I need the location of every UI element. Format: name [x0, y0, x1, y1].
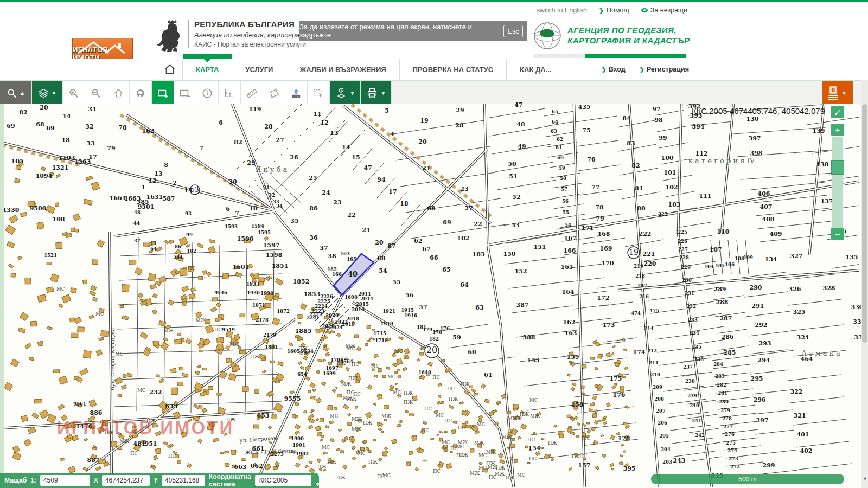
measure-coordinates-button[interactable] [219, 81, 241, 105]
roof-icon [77, 40, 129, 54]
svg-text:ПС: ПС [444, 418, 452, 423]
svg-text:МС: МС [436, 413, 444, 418]
map-status-bar: Мащаб 1: X Y Координатна система ККС 200… [0, 473, 319, 488]
select-features-button[interactable] [308, 81, 330, 105]
search-button[interactable]: ▲ [0, 81, 32, 105]
svg-text:ПЖ: ПЖ [105, 430, 114, 435]
zoom-out-icon [91, 88, 101, 99]
tab-zhalbi[interactable]: ЖАЛБИ И ВЪЗРАЖЕНИЯ [286, 59, 399, 80]
svg-text:ПС: ПС [489, 474, 496, 480]
switch-language-link[interactable]: switch to English [537, 7, 587, 14]
register-link[interactable]: ❯ Регистрация [640, 66, 689, 73]
upload-button[interactable] [285, 81, 308, 105]
chevron-right-icon: ❯ [601, 66, 606, 73]
y-coordinate-input[interactable] [162, 475, 205, 486]
home-button[interactable] [157, 59, 182, 80]
svg-text:МС: МС [322, 445, 330, 450]
chevron-down-icon: ▼ [841, 91, 847, 96]
crs-dropdown[interactable]: ККС 2005 [255, 475, 311, 486]
marquee-select-icon [312, 88, 324, 99]
info-button[interactable] [196, 81, 219, 105]
accessibility-link[interactable]: За незрящи [641, 7, 687, 14]
selection-cart-button[interactable]: 0 ▼ [822, 81, 853, 105]
svg-text:ПЖ: ПЖ [348, 376, 358, 381]
svg-text:ПЖ: ПЖ [486, 461, 495, 466]
svg-text:МС: МС [115, 351, 123, 357]
help-link[interactable]: ❯ Помощ [599, 7, 629, 14]
svg-text:ПЖ: ПЖ [548, 440, 557, 446]
fullscreen-toggle-button[interactable] [831, 106, 844, 118]
scrollbar-down-arrow[interactable]: ▼ [863, 476, 867, 481]
svg-text:МЖ: МЖ [299, 351, 309, 356]
svg-text:МС: МС [478, 465, 487, 471]
svg-text:МС: МС [582, 435, 590, 441]
tab-karta[interactable]: КАРТА [182, 59, 232, 80]
svg-text:ПС: ПС [188, 266, 195, 271]
svg-text:ПЖ: ПЖ [146, 418, 156, 423]
world-extent-button[interactable] [130, 81, 152, 105]
pan-button[interactable] [107, 81, 130, 105]
svg-text:МС: МС [393, 390, 401, 395]
fullscreen-arrows-icon [834, 108, 841, 116]
svg-text:ПС: ПС [529, 456, 537, 461]
svg-text:МЖ: МЖ [352, 427, 362, 432]
svg-text:ПЖ: ПЖ [298, 346, 308, 351]
main-navigation: КАРТА УСЛУГИ ЖАЛБИ И ВЪЗРАЖЕНИЯ ПРОВЕРКА… [0, 59, 868, 80]
map-drawing: МЖМСПЖПСМЖМСПЖПСМЖМСПЖПСМЖМСПЖПСМЖМСПСМЖ… [0, 104, 859, 488]
svg-text:МЖ: МЖ [347, 396, 357, 402]
page-scrollbar-thumb[interactable] [862, 104, 867, 343]
agency-logo: АГЕНЦИЯ ПО ГЕОДЕЗИЯ, КАРТОГРАФИЯ И КАДАС… [533, 21, 690, 51]
svg-text:ПЖ: ПЖ [404, 400, 413, 405]
svg-text:ПЖ: ПЖ [449, 396, 458, 402]
corner-ruler-icon [224, 88, 235, 99]
fullscreen-exit-text: За да излезете от режима на цял екран, н… [299, 23, 498, 39]
svg-text:ПЖ: ПЖ [368, 459, 378, 465]
zoom-slider-handle[interactable] [831, 160, 844, 175]
zoom-in-slider-button[interactable]: + [831, 124, 844, 136]
top-green-line [0, 0, 868, 2]
zoom-slider-track[interactable] [832, 137, 843, 228]
zoom-rectangle-button[interactable] [152, 81, 174, 105]
zoom-out-rectangle-button[interactable] [174, 81, 196, 105]
x-coordinate-input[interactable] [102, 475, 150, 486]
esc-key-badge: Esc [503, 25, 523, 37]
print-button[interactable]: ▼ [361, 81, 392, 105]
map-scale-bar: 500 m [651, 474, 844, 484]
identify-layers-button[interactable]: ▼ [330, 81, 361, 105]
zoom-in-button[interactable] [63, 81, 85, 105]
svg-text:МЖ: МЖ [341, 381, 352, 387]
chevron-down-icon: ▼ [350, 91, 355, 96]
svg-text:МЖ: МЖ [530, 413, 540, 419]
zoom-out-slider-button[interactable]: − [831, 228, 844, 240]
zoom-out-button[interactable] [85, 81, 107, 105]
x-label: X [94, 477, 98, 484]
svg-text:МЖ: МЖ [470, 471, 480, 476]
tab-kak-da[interactable]: КАК ДА... [506, 59, 564, 80]
hand-icon [113, 88, 124, 99]
scale-input[interactable] [40, 475, 90, 486]
tab-uslugi[interactable]: УСЛУГИ [232, 59, 286, 80]
top-links-bar: switch to English ❯ Помощ За незрящи [537, 7, 687, 14]
tab-proverka-status[interactable]: ПРОВЕРКА НА СТАТУС [399, 59, 506, 80]
svg-text:МЖ: МЖ [352, 416, 362, 422]
identify-layers-icon [335, 87, 347, 99]
svg-text:ПС: ПС [447, 386, 455, 391]
svg-text:ПС: ПС [130, 451, 138, 456]
svg-text:ПС: ПС [432, 375, 440, 380]
polygon-icon [268, 88, 280, 99]
svg-text:МЖ: МЖ [164, 328, 174, 333]
svg-text:МС: МС [358, 451, 366, 456]
brand-portal-line: КАИС - Портал за електронни услуги [194, 41, 354, 48]
svg-text:МС: МС [330, 413, 338, 419]
measure-area-button[interactable] [263, 81, 285, 105]
svg-text:19: 19 [629, 248, 639, 256]
measure-distance-button[interactable] [241, 81, 263, 105]
map-canvas[interactable]: МЖМСПЖПСМЖМСПЖПСМЖМСПЖПСМЖМСПЖПСМЖМСПСМЖ… [0, 104, 859, 488]
svg-text:МС: МС [371, 363, 379, 369]
svg-text:МС: МС [478, 453, 487, 458]
login-link[interactable]: ❯ Вход [601, 66, 625, 73]
svg-text:ПЖ: ПЖ [506, 475, 515, 480]
layers-button[interactable]: ▼ [32, 81, 63, 105]
chevron-right-icon: ❯ [640, 66, 644, 73]
svg-text:ПЖ: ПЖ [461, 382, 470, 387]
